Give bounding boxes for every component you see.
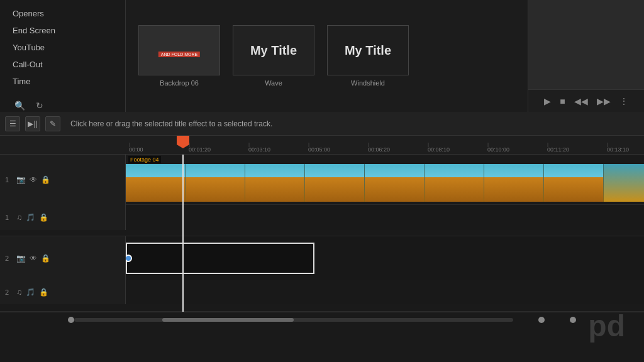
title-clip[interactable] — [126, 243, 314, 274]
footage-strip[interactable] — [126, 164, 644, 202]
sidebar-item-openers[interactable]: Openers — [0, 5, 125, 22]
title-clip-handle[interactable] — [126, 255, 132, 262]
music-note-icon[interactable]: ♫ — [16, 213, 22, 222]
ruler-tick-7: 00:11:20 — [547, 146, 607, 153]
ruler-tick-0: 00:00 — [129, 146, 189, 153]
sidebar-item-end-screen[interactable]: End Screen — [0, 22, 125, 39]
timeline-tracks: 1 📷 👁 🔒 Footage 04 — [0, 155, 644, 312]
audio-2-number: 2 — [5, 288, 13, 296]
play-button[interactable]: ▶ — [541, 95, 553, 107]
footage-frame-5 — [365, 164, 425, 202]
video-track-1: 1 📷 👁 🔒 Footage 04 — [0, 155, 644, 205]
track-1-number: 1 — [5, 176, 13, 184]
track-settings-button[interactable]: ☰ — [5, 116, 20, 131]
refresh-icon[interactable]: ↻ — [33, 99, 47, 112]
ruler-tick-2: 00:03:10 — [248, 146, 308, 153]
toolbar-hint: Click here or drag the selected title ef… — [70, 119, 272, 128]
ruler-tick-3: 00:05:00 — [308, 146, 368, 153]
presets-area: AND FOLD MORE Backdrop 06 My Title Wave … — [126, 0, 528, 112]
audio-track-1: 1 ♫ 🎵 🔒 — [0, 205, 644, 236]
audio-2-controls: 2 ♫ 🎵 🔒 — [0, 280, 126, 304]
footage-frame-4 — [305, 164, 365, 202]
footage-frame-2 — [186, 164, 245, 202]
track-1-content: Footage 04 — [126, 155, 644, 205]
ruler-tick-5: 00:08:10 — [428, 146, 487, 153]
preset-thumb-backdrop06: AND FOLD MORE — [138, 25, 220, 75]
sidebar-item-call-out[interactable]: Call-Out — [0, 56, 125, 73]
camera-icon[interactable]: 📷 — [16, 175, 26, 184]
timeline-area: ☰ ▶|| ✎ Click here or drag the selected … — [0, 112, 644, 327]
footage-frame-7 — [484, 164, 544, 202]
search-icon[interactable]: 🔍 — [13, 99, 26, 112]
timeline-toolbar: ☰ ▶|| ✎ Click here or drag the selected … — [0, 112, 644, 136]
preset-thumb-windshield: My Title — [327, 25, 409, 75]
preset-label-windshield: Windshield — [351, 79, 385, 87]
audio-1-content — [126, 205, 644, 230]
music-2-icon[interactable]: ♫ — [16, 288, 22, 297]
preset-backdrop06[interactable]: AND FOLD MORE Backdrop 06 — [138, 25, 220, 87]
track-2-controls: 2 📷 👁 🔒 — [0, 236, 126, 280]
preset-label-wave: Wave — [265, 79, 282, 87]
scroll-end-dot[interactable] — [570, 317, 576, 323]
footage-frame-8 — [544, 164, 604, 202]
timeline-ruler: 00:00 00:01:20 00:03:10 00:05:00 00:06:2… — [0, 136, 644, 155]
preset-windshield[interactable]: My Title Windshield — [327, 25, 409, 87]
eye-icon-1[interactable]: 👁 — [30, 175, 37, 184]
scrollbar-area — [0, 312, 644, 327]
ruler-marks: 00:00 00:01:20 00:03:10 00:05:00 00:06:2… — [129, 146, 644, 153]
audio-wave-2-icon[interactable]: 🎵 — [26, 288, 35, 297]
play-controls-button[interactable]: ▶|| — [25, 116, 40, 131]
preset-title-windshield: My Title — [345, 43, 391, 58]
fast-forward-button[interactable]: ▶▶ — [594, 95, 613, 107]
preset-label-backdrop06: Backdrop 06 — [160, 79, 199, 87]
ruler-tick-1: 00:01:20 — [189, 146, 248, 153]
lock-audio-1-icon[interactable]: 🔒 — [39, 213, 48, 222]
eye-icon-2[interactable]: 👁 — [30, 254, 37, 263]
more-options-button[interactable]: ⋮ — [617, 95, 631, 107]
audio-2-content — [126, 280, 644, 304]
stop-button[interactable]: ■ — [557, 95, 567, 107]
preset-wave[interactable]: My Title Wave — [233, 25, 314, 87]
sidebar-item-youtube[interactable]: YouTube — [0, 39, 125, 56]
track-2-content — [126, 236, 644, 280]
ruler-tick-4: 00:06:20 — [368, 146, 428, 153]
scroll-thumb[interactable] — [162, 318, 294, 322]
track-1-controls: 1 📷 👁 🔒 — [0, 155, 126, 205]
camera-2-icon[interactable]: 📷 — [16, 254, 26, 263]
ruler-tick-8: 00:13:10 — [607, 146, 644, 153]
sidebar-item-time[interactable]: Time — [0, 73, 125, 90]
rewind-button[interactable]: ◀◀ — [572, 95, 591, 107]
lock-icon-1[interactable]: 🔒 — [41, 175, 50, 184]
edit-mode-button[interactable]: ✎ — [45, 116, 60, 131]
audio-track-2: 2 ♫ 🎵 🔒 — [0, 280, 644, 312]
preview-video — [528, 0, 644, 89]
preset-title-wave: My Title — [250, 43, 297, 58]
scroll-mid-dot[interactable] — [538, 317, 545, 323]
backdrop-badge: AND FOLD MORE — [158, 52, 200, 57]
ruler-tick-6: 00:10:00 — [487, 146, 547, 153]
audio-1-controls: 1 ♫ 🎵 🔒 — [0, 205, 126, 230]
audio-1-number: 1 — [5, 214, 13, 221]
footage-frame-1 — [126, 164, 186, 202]
preview-area: ▶ ■ ◀◀ ▶▶ ⋮ — [528, 0, 644, 112]
preset-thumb-wave: My Title — [233, 25, 314, 75]
footage-frame-6 — [425, 164, 484, 202]
audio-wave-icon[interactable]: 🎵 — [26, 213, 35, 222]
preview-controls: ▶ ■ ◀◀ ▶▶ ⋮ — [528, 89, 644, 112]
lock-audio-2-icon[interactable]: 🔒 — [39, 288, 48, 297]
sidebar: Openers End Screen YouTube Call-Out Time… — [0, 0, 126, 112]
footage-frame-3 — [245, 164, 305, 202]
scroll-track[interactable] — [74, 318, 513, 322]
track-2-number: 2 — [5, 255, 13, 262]
footage-name: Footage 04 — [128, 156, 161, 163]
video-track-2: 2 📷 👁 🔒 — [0, 236, 644, 280]
scroll-start-dot[interactable] — [68, 317, 74, 323]
lock-icon-2[interactable]: 🔒 — [41, 254, 50, 263]
